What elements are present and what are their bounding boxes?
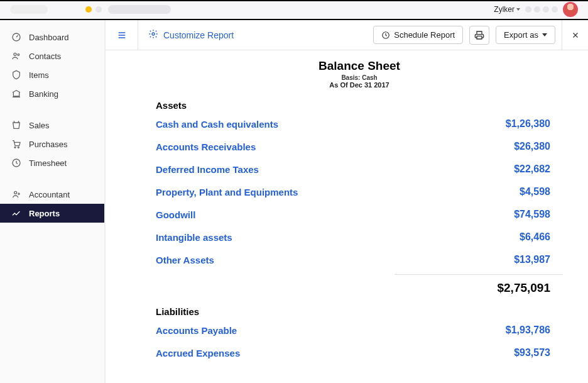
menu-button[interactable] [106,20,138,50]
asset-label[interactable]: Accounts Receivables [156,142,256,152]
nav-dots [525,6,558,13]
liability-value: $1,93,786 [506,325,550,336]
customize-report-button[interactable]: Customize Report [138,29,373,41]
sidebar-item-label: Dashboard [29,33,69,42]
report-date: As Of Dec 31 2017 [156,81,563,89]
print-icon [474,30,484,40]
assets-total: $2,75,091 [497,281,550,295]
sidebar-item-label: Reports [29,209,60,218]
liability-label[interactable]: Accrued Expenses [156,348,240,358]
report-title: Balance Sheet [156,59,563,73]
action-buttons: Schedule Report Export as [373,26,562,45]
org-name: Zylker [494,5,514,14]
main: Customize Report Schedule Report Export … [105,20,588,383]
asset-value: $74,598 [514,209,550,220]
dot-yellow [85,6,92,13]
nav-group-1: Dashboard Contacts Items Banking [0,28,104,103]
asset-label[interactable]: Property, Plant and Equipments [156,187,298,197]
close-button[interactable] [562,20,588,50]
asset-row: Other Assets$13,987 [156,254,563,265]
sidebar-item-label: Sales [29,121,50,130]
reports-icon [11,208,21,218]
title-placeholder [108,5,171,14]
liability-label[interactable]: Accounts Payable [156,325,237,336]
nav-group-2: Sales Purchases Timesheet [0,116,104,172]
accountant-icon [11,189,21,199]
asset-value: $6,466 [520,231,550,243]
sidebar-item-label: Accountant [29,190,70,199]
assets-total-row: $2,75,091 [395,274,563,295]
svg-point-3 [14,147,16,148]
sidebar-item-sales[interactable]: Sales [0,116,104,135]
logo-placeholder [10,5,48,14]
sidebar-item-label: Contacts [29,52,61,61]
svg-point-6 [14,191,17,194]
report-header: Balance Sheet Basis: Cash As Of Dec 31 2… [156,59,563,89]
asset-row: Accounts Receivables$26,380 [156,141,563,152]
close-icon [571,31,580,40]
liability-row: Accrued Expenses$93,573 [156,347,563,358]
sidebar-item-banking[interactable]: Banking [0,84,104,103]
sidebar-item-timesheet[interactable]: Timesheet [0,153,104,172]
export-label: Export as [504,30,538,40]
items-icon [11,70,21,80]
section-head-liabilities: Liabilities [156,306,563,317]
report-basis: Basis: Cash [156,74,563,81]
hamburger-icon [117,30,127,40]
sidebar-item-label: Timesheet [29,158,67,168]
asset-value: $1,26,380 [506,118,550,130]
liability-row: Accounts Payable$1,93,786 [156,325,563,336]
actionbar: Customize Report Schedule Report Export … [106,20,588,50]
dashboard-icon [11,32,21,42]
asset-label[interactable]: Intangible assets [156,232,232,243]
asset-value: $4,598 [520,186,550,197]
avatar[interactable] [563,2,578,17]
asset-value: $13,987 [514,254,550,265]
schedule-report-button[interactable]: Schedule Report [373,26,463,44]
banking-icon [11,89,21,99]
asset-row: Property, Plant and Equipments$4,598 [156,186,563,197]
liability-value: $93,573 [514,347,550,358]
purchases-icon [11,139,21,149]
asset-row: Cash and Cash equivalents$1,26,380 [156,118,563,130]
sidebar-item-purchases[interactable]: Purchases [0,135,104,153]
sidebar-item-items[interactable]: Items [0,65,104,84]
export-button[interactable]: Export as [496,26,555,44]
svg-point-1 [14,53,16,55]
asset-label[interactable]: Deferred Income Taxes [156,164,259,175]
asset-row: Intangible assets$6,466 [156,231,563,243]
clock-icon [381,31,390,40]
topbar-left [10,5,171,14]
sidebar-item-label: Items [29,70,49,80]
topbar: Zylker [0,0,588,20]
sales-icon [11,120,21,130]
sidebar-item-dashboard[interactable]: Dashboard [0,28,104,47]
topbar-right: Zylker [494,2,578,17]
sidebar-item-contacts[interactable]: Contacts [0,47,104,65]
asset-row: Goodwill$74,598 [156,209,563,220]
customize-label: Customize Report [163,30,234,40]
print-button[interactable] [469,26,489,45]
asset-label[interactable]: Other Assets [156,255,214,265]
section-head-assets: Assets [156,100,563,111]
asset-label[interactable]: Cash and Cash equivalents [156,119,278,130]
svg-point-7 [152,33,155,35]
chevron-down-icon [542,33,547,36]
asset-value: $26,380 [514,141,550,152]
asset-label[interactable]: Goodwill [156,209,195,220]
sidebar: Dashboard Contacts Items Banking Sales P… [0,20,105,383]
sidebar-item-label: Purchases [29,140,67,149]
sidebar-item-reports[interactable]: Reports [0,204,104,223]
timesheet-icon [11,158,21,168]
sidebar-item-label: Banking [29,89,58,99]
window-dots [85,6,102,13]
nav-group-3: Accountant Reports [0,185,104,223]
asset-row: Deferred Income Taxes$22,682 [156,164,563,175]
schedule-label: Schedule Report [394,30,455,40]
dot-grey [95,6,102,13]
svg-point-2 [18,54,19,56]
org-switcher[interactable]: Zylker [494,5,520,14]
asset-value: $22,682 [514,164,550,175]
gear-icon [148,29,158,41]
sidebar-item-accountant[interactable]: Accountant [0,185,104,204]
